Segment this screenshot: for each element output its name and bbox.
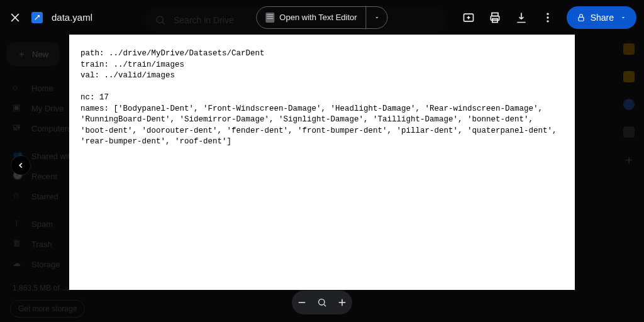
zoom-reset-button[interactable] bbox=[314, 295, 330, 310]
zoom-in-button[interactable] bbox=[335, 295, 350, 310]
svg-point-10 bbox=[547, 13, 548, 14]
share-label: Share bbox=[591, 13, 614, 23]
file-type-icon bbox=[31, 12, 43, 23]
svg-point-12 bbox=[547, 20, 548, 22]
collapse-handle[interactable] bbox=[11, 156, 30, 175]
share-button[interactable]: Share bbox=[567, 6, 636, 29]
svg-line-16 bbox=[324, 304, 326, 306]
file-content-text[interactable]: path: ../drive/MyDrive/Datasets/CarDent … bbox=[80, 48, 564, 148]
download-button[interactable] bbox=[514, 10, 529, 25]
text-editor-icon bbox=[265, 13, 274, 23]
more-actions-button[interactable] bbox=[540, 10, 555, 25]
print-button[interactable] bbox=[487, 10, 502, 25]
close-button[interactable] bbox=[8, 10, 23, 25]
zoom-out-button[interactable] bbox=[294, 295, 309, 310]
open-with-caret[interactable] bbox=[366, 7, 387, 28]
preview-topbar: data.yaml Open with Text Editor bbox=[0, 0, 644, 35]
file-content-sheet: path: ../drive/MyDrive/Datasets/CarDent … bbox=[69, 35, 575, 290]
svg-rect-13 bbox=[579, 17, 584, 21]
svg-point-15 bbox=[319, 299, 325, 305]
file-name: data.yaml bbox=[52, 12, 92, 23]
zoom-toolbar bbox=[292, 291, 352, 314]
chevron-down-icon bbox=[620, 14, 626, 21]
lock-icon bbox=[577, 13, 586, 22]
add-shortcut-button[interactable] bbox=[461, 10, 476, 25]
svg-point-11 bbox=[547, 16, 548, 18]
open-with-label: Open with Text Editor bbox=[279, 13, 357, 22]
open-with-dropdown[interactable]: Open with Text Editor bbox=[256, 6, 387, 29]
